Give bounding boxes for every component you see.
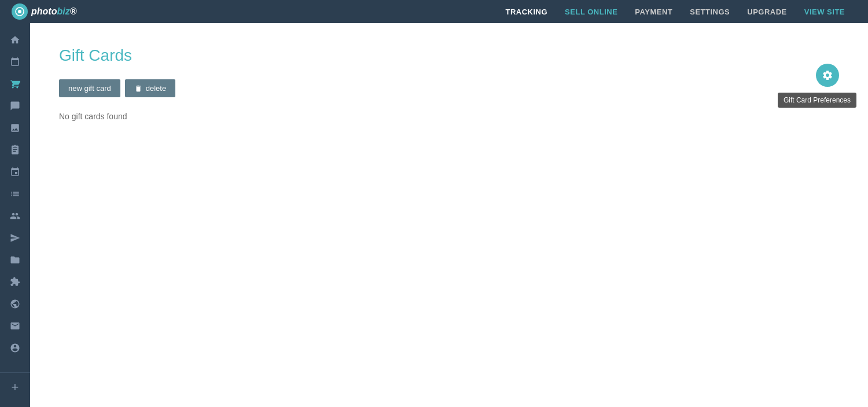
nav-view-site[interactable]: VIEW SITE bbox=[804, 8, 845, 16]
sidebar-item-account[interactable] bbox=[0, 337, 30, 359]
sidebar-item-images[interactable] bbox=[0, 117, 30, 139]
sidebar-item-people[interactable] bbox=[0, 205, 30, 227]
sidebar-item-calendar[interactable] bbox=[0, 51, 30, 73]
sidebar-item-mail[interactable] bbox=[0, 315, 30, 337]
sidebar-item-globe[interactable] bbox=[0, 293, 30, 315]
gear-icon bbox=[822, 69, 833, 81]
sidebar-item-book[interactable] bbox=[0, 139, 30, 161]
sidebar-item-cart[interactable] bbox=[0, 73, 30, 95]
empty-message: No gift cards found bbox=[59, 112, 839, 121]
sidebar-item-chat[interactable] bbox=[0, 95, 30, 117]
toolbar: new gift card delete bbox=[59, 79, 839, 97]
sidebar-item-folder[interactable] bbox=[0, 249, 30, 271]
new-gift-card-button[interactable]: new gift card bbox=[59, 79, 120, 97]
sidebar-item-puzzle[interactable] bbox=[0, 271, 30, 293]
logo-icon bbox=[12, 3, 28, 20]
sidebar: + bbox=[0, 23, 30, 407]
logo-text: photobiz® bbox=[31, 6, 76, 17]
delete-label: delete bbox=[146, 84, 166, 93]
top-nav-links: TRACKING SELL ONLINE PAYMENT SETTINGS UP… bbox=[506, 8, 845, 16]
gift-card-preferences-tooltip: Gift Card Preferences bbox=[778, 93, 856, 108]
sidebar-item-home[interactable] bbox=[0, 29, 30, 51]
nav-upgrade[interactable]: UPGRADE bbox=[747, 8, 787, 16]
tooltip-text: Gift Card Preferences bbox=[778, 93, 856, 108]
gift-card-preferences-button[interactable] bbox=[816, 64, 839, 87]
sidebar-add-button[interactable]: + bbox=[0, 372, 30, 401]
delete-button[interactable]: delete bbox=[125, 79, 175, 97]
trash-icon bbox=[134, 85, 142, 93]
page-title: Gift Cards bbox=[59, 46, 839, 65]
logo[interactable]: photobiz® bbox=[12, 3, 76, 20]
nav-payment[interactable]: PAYMENT bbox=[635, 8, 672, 16]
sidebar-bottom: + bbox=[0, 372, 30, 401]
main-layout: + Gift Cards new gift card delete No gif… bbox=[0, 23, 868, 407]
nav-tracking[interactable]: TRACKING bbox=[506, 8, 548, 16]
sidebar-item-schedule[interactable] bbox=[0, 161, 30, 183]
top-navigation: photobiz® TRACKING SELL ONLINE PAYMENT S… bbox=[0, 0, 868, 23]
plus-icon: + bbox=[12, 380, 19, 395]
nav-settings[interactable]: SETTINGS bbox=[690, 8, 730, 16]
svg-point-1 bbox=[18, 10, 21, 13]
nav-sell-online[interactable]: SELL ONLINE bbox=[565, 8, 617, 16]
content-area: Gift Cards new gift card delete No gift … bbox=[30, 23, 868, 407]
sidebar-item-send[interactable] bbox=[0, 227, 30, 249]
sidebar-item-list[interactable] bbox=[0, 183, 30, 205]
